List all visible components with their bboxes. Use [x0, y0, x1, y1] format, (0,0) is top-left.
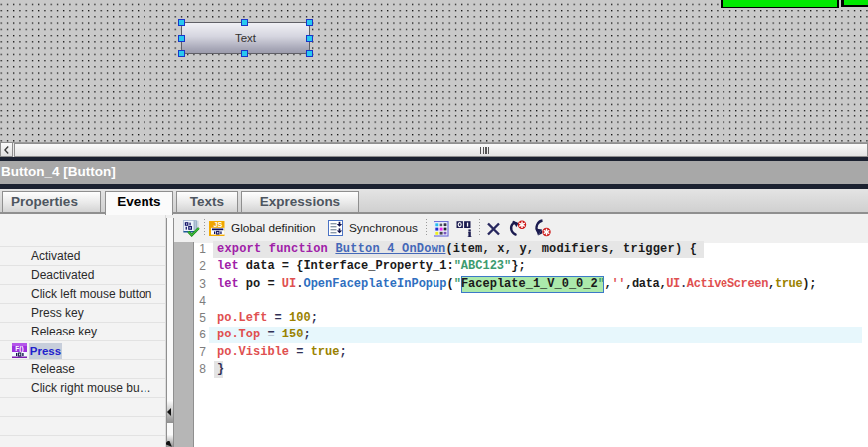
svg-text:F(): F() — [15, 344, 23, 352]
svg-text:JS: JS — [213, 221, 222, 229]
